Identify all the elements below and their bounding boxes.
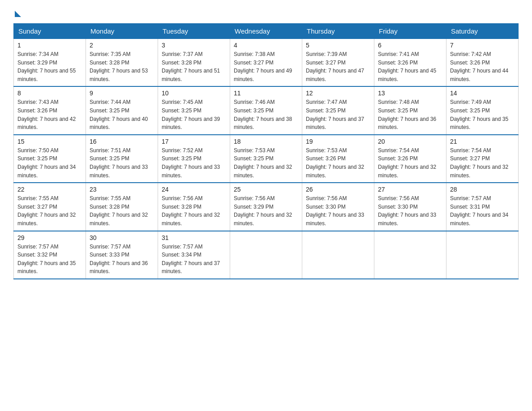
- calendar-week-row: 15 Sunrise: 7:50 AMSunset: 3:25 PMDaylig…: [14, 135, 519, 183]
- day-number: 30: [90, 234, 154, 241]
- calendar-week-row: 29 Sunrise: 7:57 AMSunset: 3:32 PMDaylig…: [14, 231, 519, 279]
- day-info: Sunrise: 7:52 AMSunset: 3:25 PMDaylight:…: [162, 147, 220, 179]
- calendar-cell: 5 Sunrise: 7:39 AMSunset: 3:27 PMDayligh…: [302, 39, 374, 87]
- day-info: Sunrise: 7:35 AMSunset: 3:28 PMDaylight:…: [90, 51, 148, 82]
- calendar-table: SundayMondayTuesdayWednesdayThursdayFrid…: [13, 23, 519, 279]
- page-header: [13, 9, 519, 15]
- calendar-cell: [302, 231, 374, 279]
- day-number: 12: [306, 90, 370, 97]
- day-number: 10: [162, 90, 226, 97]
- day-info: Sunrise: 7:56 AMSunset: 3:29 PMDaylight:…: [234, 195, 292, 227]
- day-number: 28: [450, 186, 515, 193]
- day-info: Sunrise: 7:41 AMSunset: 3:26 PMDaylight:…: [378, 51, 436, 82]
- header-saturday: Saturday: [446, 24, 519, 39]
- calendar-cell: 10 Sunrise: 7:45 AMSunset: 3:25 PMDaylig…: [158, 86, 230, 134]
- calendar-cell: 29 Sunrise: 7:57 AMSunset: 3:32 PMDaylig…: [14, 231, 86, 279]
- calendar-cell: 8 Sunrise: 7:43 AMSunset: 3:26 PMDayligh…: [14, 86, 86, 134]
- day-number: 29: [17, 234, 82, 241]
- calendar-cell: 22 Sunrise: 7:55 AMSunset: 3:27 PMDaylig…: [14, 183, 86, 231]
- calendar-cell: 28 Sunrise: 7:57 AMSunset: 3:31 PMDaylig…: [446, 183, 519, 231]
- calendar-cell: 15 Sunrise: 7:50 AMSunset: 3:25 PMDaylig…: [14, 135, 86, 183]
- day-info: Sunrise: 7:56 AMSunset: 3:30 PMDaylight:…: [306, 195, 364, 227]
- calendar-header-row: SundayMondayTuesdayWednesdayThursdayFrid…: [14, 24, 519, 39]
- calendar-cell: 17 Sunrise: 7:52 AMSunset: 3:25 PMDaylig…: [158, 135, 230, 183]
- calendar-cell: [446, 231, 519, 279]
- day-number: 19: [306, 138, 370, 145]
- day-info: Sunrise: 7:57 AMSunset: 3:33 PMDaylight:…: [90, 244, 148, 275]
- day-info: Sunrise: 7:57 AMSunset: 3:34 PMDaylight:…: [162, 244, 220, 275]
- day-number: 25: [234, 186, 298, 193]
- calendar-cell: 21 Sunrise: 7:54 AMSunset: 3:27 PMDaylig…: [446, 135, 519, 183]
- header-tuesday: Tuesday: [158, 24, 230, 39]
- calendar-cell: 9 Sunrise: 7:44 AMSunset: 3:25 PMDayligh…: [86, 86, 158, 134]
- day-number: 16: [90, 138, 154, 145]
- calendar-cell: 20 Sunrise: 7:54 AMSunset: 3:26 PMDaylig…: [374, 135, 446, 183]
- day-info: Sunrise: 7:56 AMSunset: 3:30 PMDaylight:…: [378, 195, 436, 227]
- day-info: Sunrise: 7:38 AMSunset: 3:27 PMDaylight:…: [234, 51, 292, 82]
- day-number: 17: [162, 138, 226, 145]
- calendar-cell: 18 Sunrise: 7:53 AMSunset: 3:25 PMDaylig…: [230, 135, 302, 183]
- day-info: Sunrise: 7:45 AMSunset: 3:25 PMDaylight:…: [162, 99, 220, 130]
- calendar-cell: 7 Sunrise: 7:42 AMSunset: 3:26 PMDayligh…: [446, 39, 519, 87]
- day-info: Sunrise: 7:44 AMSunset: 3:25 PMDaylight:…: [90, 99, 148, 130]
- header-monday: Monday: [86, 24, 158, 39]
- day-number: 9: [90, 90, 154, 97]
- calendar-cell: 14 Sunrise: 7:49 AMSunset: 3:25 PMDaylig…: [446, 86, 519, 134]
- day-number: 31: [162, 234, 226, 241]
- day-number: 11: [234, 90, 298, 97]
- day-info: Sunrise: 7:54 AMSunset: 3:27 PMDaylight:…: [450, 147, 508, 179]
- day-number: 7: [450, 42, 515, 49]
- day-number: 6: [378, 42, 442, 49]
- day-number: 8: [17, 90, 82, 97]
- day-number: 22: [17, 186, 82, 193]
- day-info: Sunrise: 7:57 AMSunset: 3:31 PMDaylight:…: [450, 195, 508, 227]
- calendar-cell: 4 Sunrise: 7:38 AMSunset: 3:27 PMDayligh…: [230, 39, 302, 87]
- calendar-cell: 11 Sunrise: 7:46 AMSunset: 3:25 PMDaylig…: [230, 86, 302, 134]
- logo-triangle-icon: [15, 11, 21, 17]
- day-number: 13: [378, 90, 442, 97]
- day-info: Sunrise: 7:50 AMSunset: 3:25 PMDaylight:…: [17, 147, 76, 179]
- calendar-cell: 1 Sunrise: 7:34 AMSunset: 3:29 PMDayligh…: [14, 39, 86, 87]
- day-info: Sunrise: 7:49 AMSunset: 3:25 PMDaylight:…: [450, 99, 508, 130]
- calendar-week-row: 8 Sunrise: 7:43 AMSunset: 3:26 PMDayligh…: [14, 86, 519, 134]
- logo: [13, 9, 21, 15]
- day-info: Sunrise: 7:34 AMSunset: 3:29 PMDaylight:…: [17, 51, 76, 82]
- day-number: 3: [162, 42, 226, 49]
- day-number: 2: [90, 42, 154, 49]
- day-number: 23: [90, 186, 154, 193]
- calendar-cell: 26 Sunrise: 7:56 AMSunset: 3:30 PMDaylig…: [302, 183, 374, 231]
- day-info: Sunrise: 7:39 AMSunset: 3:27 PMDaylight:…: [306, 51, 364, 82]
- day-number: 14: [450, 90, 515, 97]
- calendar-week-row: 1 Sunrise: 7:34 AMSunset: 3:29 PMDayligh…: [14, 39, 519, 87]
- calendar-cell: 6 Sunrise: 7:41 AMSunset: 3:26 PMDayligh…: [374, 39, 446, 87]
- day-info: Sunrise: 7:42 AMSunset: 3:26 PMDaylight:…: [450, 51, 508, 82]
- day-number: 1: [17, 42, 82, 49]
- day-number: 21: [450, 138, 515, 145]
- header-wednesday: Wednesday: [230, 24, 302, 39]
- day-number: 20: [378, 138, 442, 145]
- day-info: Sunrise: 7:56 AMSunset: 3:28 PMDaylight:…: [162, 195, 220, 227]
- day-info: Sunrise: 7:55 AMSunset: 3:28 PMDaylight:…: [90, 195, 148, 227]
- day-number: 4: [234, 42, 298, 49]
- calendar-cell: 19 Sunrise: 7:53 AMSunset: 3:26 PMDaylig…: [302, 135, 374, 183]
- day-number: 24: [162, 186, 226, 193]
- day-info: Sunrise: 7:53 AMSunset: 3:25 PMDaylight:…: [234, 147, 292, 179]
- calendar-cell: 3 Sunrise: 7:37 AMSunset: 3:28 PMDayligh…: [158, 39, 230, 87]
- calendar-cell: 25 Sunrise: 7:56 AMSunset: 3:29 PMDaylig…: [230, 183, 302, 231]
- day-info: Sunrise: 7:37 AMSunset: 3:28 PMDaylight:…: [162, 51, 220, 82]
- calendar-cell: 31 Sunrise: 7:57 AMSunset: 3:34 PMDaylig…: [158, 231, 230, 279]
- calendar-cell: 24 Sunrise: 7:56 AMSunset: 3:28 PMDaylig…: [158, 183, 230, 231]
- calendar-cell: 2 Sunrise: 7:35 AMSunset: 3:28 PMDayligh…: [86, 39, 158, 87]
- day-number: 27: [378, 186, 442, 193]
- day-info: Sunrise: 7:57 AMSunset: 3:32 PMDaylight:…: [17, 244, 76, 275]
- day-info: Sunrise: 7:53 AMSunset: 3:26 PMDaylight:…: [306, 147, 364, 179]
- calendar-cell: 30 Sunrise: 7:57 AMSunset: 3:33 PMDaylig…: [86, 231, 158, 279]
- day-number: 26: [306, 186, 370, 193]
- day-number: 15: [17, 138, 82, 145]
- day-info: Sunrise: 7:48 AMSunset: 3:25 PMDaylight:…: [378, 99, 436, 130]
- day-info: Sunrise: 7:47 AMSunset: 3:25 PMDaylight:…: [306, 99, 364, 130]
- calendar-cell: 27 Sunrise: 7:56 AMSunset: 3:30 PMDaylig…: [374, 183, 446, 231]
- calendar-cell: [230, 231, 302, 279]
- calendar-cell: 13 Sunrise: 7:48 AMSunset: 3:25 PMDaylig…: [374, 86, 446, 134]
- day-info: Sunrise: 7:51 AMSunset: 3:25 PMDaylight:…: [90, 147, 148, 179]
